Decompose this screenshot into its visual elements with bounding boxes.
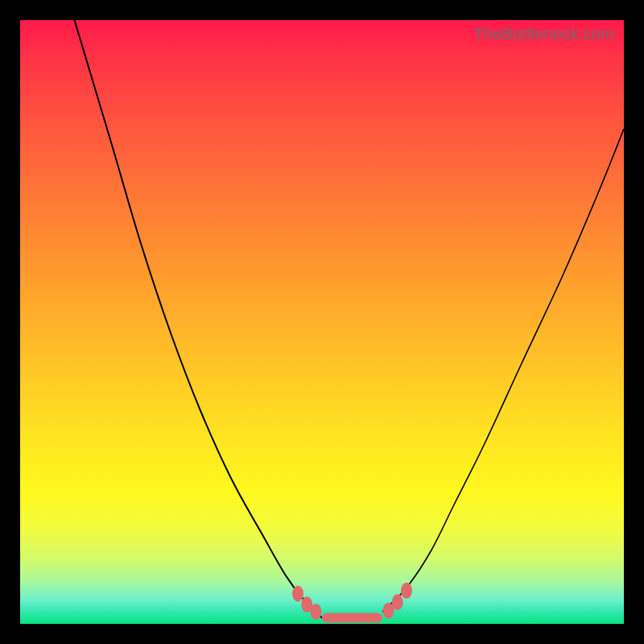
chart-frame: TheBottleneck.com bbox=[0, 0, 644, 644]
marker-dot bbox=[311, 604, 322, 620]
right-curve bbox=[382, 129, 624, 612]
marker-dot bbox=[392, 594, 403, 610]
chart-svg bbox=[20, 20, 624, 624]
marker-dot bbox=[401, 583, 412, 599]
marker-dot bbox=[292, 586, 303, 602]
flat-bottom-pill bbox=[322, 613, 382, 623]
left-curve bbox=[75, 20, 323, 618]
plot-area: TheBottleneck.com bbox=[20, 20, 624, 624]
